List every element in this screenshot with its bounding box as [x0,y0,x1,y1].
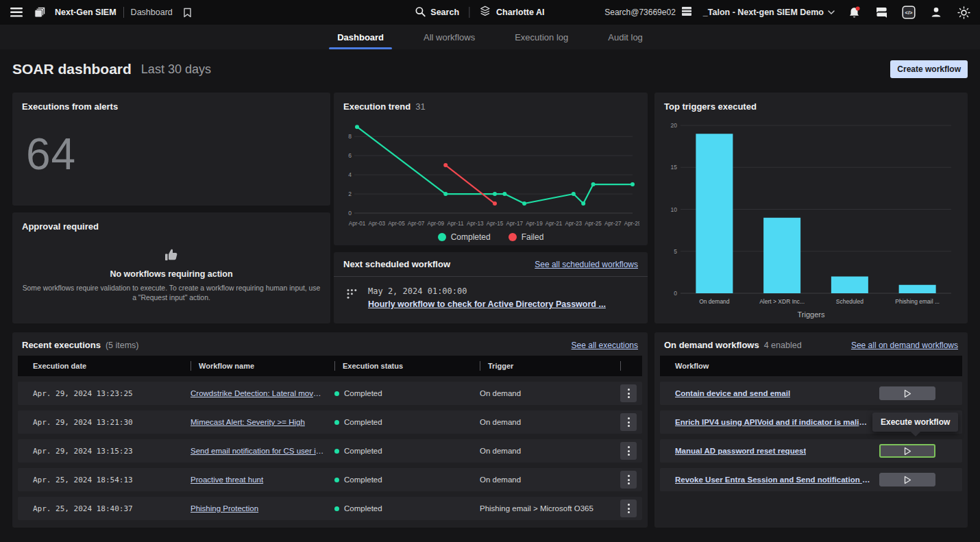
executions-from-alerts-card: Executions from alerts 64 [12,93,330,206]
support-chat-icon[interactable] [873,4,890,21]
recent-executions-card: Recent executions (5 items) See all exec… [12,332,648,528]
svg-text:2: 2 [348,190,352,197]
svg-text:Apr-09: Apr-09 [428,221,445,227]
on-demand-row: Revoke User Entra Session and Send notif… [660,468,962,491]
approval-empty-title: No workflows requiring action [110,269,232,279]
row-actions-button[interactable] [620,500,637,517]
column-header: Trigger [480,362,620,370]
column-header: Workflow [675,362,962,370]
card-title: Top triggers executed [664,101,757,112]
account-switcher[interactable]: Search@73669e02 [604,6,692,19]
status-label: Completed [344,389,382,397]
next-scheduled-card: Next scheduled workflow See all schedule… [334,252,648,323]
workflow-name-link[interactable]: Send email notification for CS user invo… [191,447,334,455]
card-title: Execution trend [343,101,411,112]
see-all-scheduled-link[interactable]: See all scheduled workflows [535,260,638,269]
svg-text:0: 0 [674,290,677,297]
breadcrumb[interactable]: Dashboard [131,8,173,17]
divider [123,7,124,18]
status-label: Completed [344,418,382,426]
svg-text:Phishing email ...: Phishing email ... [895,298,940,305]
create-workflow-button[interactable]: Create workflow [890,60,968,78]
legend-label: Failed [522,232,544,242]
svg-text:6: 6 [348,152,352,159]
trigger-label: On demand [480,447,620,455]
svg-text:Apr-29: Apr-29 [624,221,639,227]
tab-dashboard[interactable]: Dashboard [333,25,388,49]
status-dot [334,506,339,511]
card-title: Executions from alerts [22,101,118,112]
charlotte-ai-label: Charlotte AI [496,8,544,17]
svg-text:Apr-27: Apr-27 [604,221,622,227]
triggers-axis-label: Triggers [654,310,968,319]
execution-date: Apr. 29, 2024 13:21:30 [33,418,191,427]
column-header: Workflow name [191,362,334,370]
workflow-name-link[interactable]: Mimecast Alert: Severity >= High [191,418,334,426]
bookmark-icon[interactable] [180,4,196,21]
workflow-name-link[interactable]: Phishing Protection [191,504,334,513]
legend-label: Completed [451,232,491,242]
charlotte-ai[interactable]: Charlotte AI [479,5,544,19]
recent-executions-body: Apr. 29, 2024 13:23:25Crowdstrike Detect… [18,382,642,520]
notifications-icon[interactable] [846,4,862,21]
execution-date: Apr. 25, 2024 18:54:13 [33,476,191,484]
chart-legend: CompletedFailed [334,232,648,242]
api-console-icon[interactable]: </> [901,4,917,21]
theme-icon[interactable] [955,4,972,21]
execute-workflow-button[interactable] [879,386,935,400]
svg-text:Apr-07: Apr-07 [408,221,425,227]
scheduled-workflow-link[interactable]: Hourly workflow to check for Active Dire… [368,299,606,309]
on-demand-row: Manual AD password reset request [660,439,962,463]
trigger-label: On demand [480,418,620,426]
global-search[interactable]: Search [415,6,459,19]
execution-date: Apr. 25, 2024 18:40:37 [33,504,191,513]
table-row: Apr. 29, 2024 13:15:23Send email notific… [18,439,642,463]
tenant-selector[interactable]: _Talon - Next-gen SIEM Demo [703,8,835,17]
legend-dot [509,233,517,241]
execute-workflow-tooltip: Execute workflow [872,412,958,432]
execution-date: Apr. 29, 2024 13:15:23 [33,447,191,456]
workflow-name-link[interactable]: Proactive threat hunt [191,476,334,484]
row-actions-button[interactable] [620,413,637,431]
on-demand-workflows-card: On demand workflows 4 enabled See all on… [654,332,968,528]
column-header: Execution status [334,362,480,370]
svg-text:Alert > XDR Inc...: Alert > XDR Inc... [759,298,805,305]
row-actions-button[interactable] [620,471,637,489]
tab-all-workflows[interactable]: All workflows [419,25,479,49]
thumbs-up-icon [163,247,180,265]
see-all-on-demand-link[interactable]: See all on demand workflows [851,341,958,350]
svg-text:15: 15 [671,164,678,171]
svg-text:4: 4 [348,171,352,178]
svg-text:Apr-01: Apr-01 [349,221,366,227]
approval-empty-description: Some workflows require validation to exe… [21,284,322,303]
svg-text:Apr-03: Apr-03 [368,221,385,227]
column-header: Execution date [33,362,191,370]
execute-workflow-button[interactable] [879,444,935,458]
workflow-name-link[interactable]: Revoke User Entra Session and Send notif… [675,476,871,484]
tab-execution-log[interactable]: Execution log [511,25,572,49]
table-row: Apr. 29, 2024 13:23:25Crowdstrike Detect… [18,382,642,405]
topbar: Next-Gen SIEM Dashboard Search Charlotte… [0,0,980,25]
row-actions-button[interactable] [620,384,637,402]
menu-icon[interactable] [8,4,25,21]
workflow-name-link[interactable]: Contain device and send email [675,389,790,397]
execution-status: Completed [334,476,480,484]
workflow-name-link[interactable]: Enrich IPV4 using APIVoid and if indicat… [675,418,871,426]
workflow-name-link[interactable]: Crowdstrike Detection: Lateral moveme... [191,389,334,397]
table-row: Apr. 25, 2024 18:54:13Proactive threat h… [18,468,642,491]
legend-item[interactable]: Completed [438,232,491,242]
row-actions-button[interactable] [620,442,637,460]
execute-workflow-button[interactable] [879,473,935,486]
profile-icon[interactable] [928,4,944,21]
tabs: DashboardAll workflowsExecution logAudit… [333,25,647,49]
see-all-executions-link[interactable]: See all executions [572,341,638,350]
legend-item[interactable]: Failed [509,232,544,242]
top-triggers-chart: 05101520On demandAlert > XDR Inc...Sched… [663,116,959,310]
svg-text:Apr-11: Apr-11 [448,221,464,227]
tab-audit-log[interactable]: Audit log [604,25,647,49]
execution-trend-chart: 02468Apr-01Apr-03Apr-05Apr-07Apr-09Apr-1… [342,114,639,231]
page-header: SOAR dashboard Last 30 days Create workf… [0,49,980,89]
workflow-name-link[interactable]: Manual AD password reset request [675,447,806,455]
trigger-label: On demand [480,389,620,397]
falcon-logo [32,4,48,21]
